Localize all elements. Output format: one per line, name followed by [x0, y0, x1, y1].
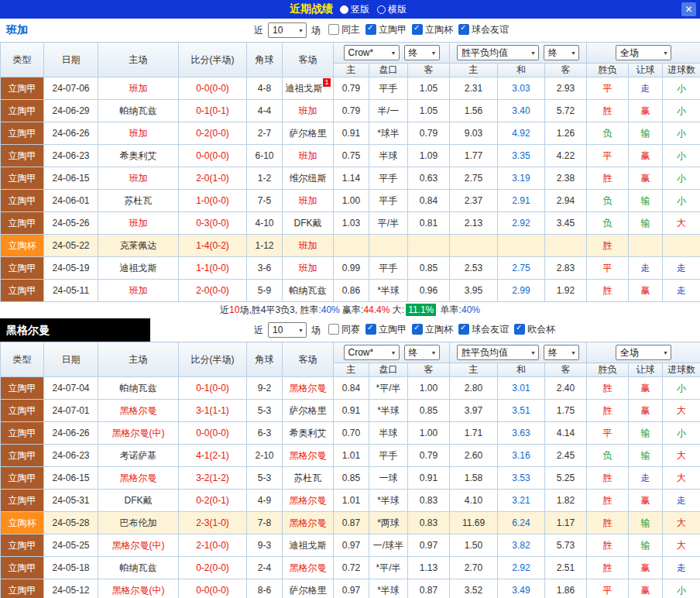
home-team-name: 班加	[129, 218, 148, 229]
asian-line-cell: 一/球半	[369, 534, 408, 557]
europe-odds-select[interactable]: 胜平负均值▼	[457, 345, 539, 360]
filter-checkbox-option[interactable]: 欧会杯	[514, 323, 555, 336]
goals-result-cell: 小	[663, 377, 700, 400]
recent-count-select[interactable]: 10▼	[268, 22, 307, 38]
league-cell: 立陶甲	[1, 257, 44, 280]
filter-checkbox-option[interactable]: 立陶甲	[365, 23, 407, 36]
match-row: 立陶甲 24-05-11 班加 2-0(0-0) 5-9 帕纳瓦兹 0.86 *…	[1, 280, 700, 302]
home-team-name: 帕纳瓦兹	[120, 105, 157, 116]
corner-cell: 4-9	[247, 490, 283, 512]
checkbox-icon[interactable]	[328, 324, 339, 335]
checkbox-icon[interactable]	[514, 324, 525, 335]
checkbox-icon[interactable]	[365, 24, 376, 35]
filter-checkbox-option[interactable]: 同赛	[328, 323, 360, 336]
asian-home-odds-cell: 1.01	[334, 490, 369, 512]
europe-odds-state-select[interactable]: 终▼	[544, 345, 579, 360]
euro-draw-odds-cell: 3.03	[498, 77, 545, 100]
date-cell: 24-05-26	[44, 212, 98, 235]
layout-radio-group: 竖版横版	[336, 3, 410, 16]
date-cell: 24-05-31	[44, 490, 98, 512]
away-team-cell: 黑格尔曼	[283, 512, 334, 534]
corner-cell: 3-6	[247, 257, 283, 280]
euro-home-odds-cell: 1.50	[450, 534, 498, 557]
filter-checkbox-option[interactable]: 同主	[328, 23, 360, 36]
asian-away-odds-cell: 0.85	[408, 400, 450, 422]
away-team-name: 班加	[299, 105, 317, 116]
asian-home-odds-cell: 0.72	[334, 557, 369, 579]
asian-away-odds-cell: 0.83	[408, 512, 450, 534]
result-cell: 平	[587, 257, 629, 280]
home-team-cell: 帕纳瓦兹	[98, 377, 179, 400]
euro-away-odds-cell: 2.45	[545, 445, 587, 467]
away-team-name: 黑格尔曼	[290, 562, 327, 573]
score-cell: 2-0(1-0)	[179, 167, 247, 190]
match-row: 立陶甲 24-07-04 帕纳瓦兹 0-1(0-0) 9-2 黑格尔曼 0.84…	[1, 377, 700, 400]
score-cell: 2-3(1-0)	[179, 512, 247, 534]
scope-select[interactable]: 全场▼	[616, 345, 671, 360]
recent-count-select[interactable]: 10▼	[268, 322, 307, 338]
league-cell: 立陶甲	[1, 490, 44, 512]
filter-checkbox-option[interactable]: 球会友谊	[458, 323, 509, 336]
layout-radio[interactable]: 横版	[377, 3, 407, 16]
asian-home-odds-cell: 0.75	[334, 145, 369, 167]
away-team-name: 迪祖戈斯	[285, 83, 322, 94]
europe-odds-state-select[interactable]: 终▼	[544, 45, 579, 60]
layout-radio[interactable]: 竖版	[340, 3, 369, 16]
result-cell: 负	[587, 122, 629, 145]
asian-away-odds-cell: 0.87	[408, 579, 450, 598]
away-team-name: 萨尔格里	[290, 585, 327, 596]
home-team-cell: 黑格尔曼(中)	[98, 422, 179, 445]
match-row: 立陶甲 24-06-26 黑格尔曼(中) 0-0(0-0) 6-3 希奥利艾 0…	[1, 422, 700, 445]
score-cell: 0-1(0-1)	[179, 100, 247, 122]
goals-result-cell: 大	[663, 534, 700, 557]
checkbox-icon[interactable]	[458, 24, 469, 35]
chevron-down-icon: ▼	[431, 50, 437, 56]
recent-label: 近	[254, 24, 263, 37]
scope-select[interactable]: 全场▼	[616, 45, 671, 60]
checkbox-icon[interactable]	[412, 324, 423, 335]
away-team-name: 班加	[299, 263, 317, 273]
filter-checkbox-option[interactable]: 立陶杯	[412, 23, 453, 36]
col-header-home: 主场	[98, 43, 179, 77]
filter-checkbox-option[interactable]: 立陶甲	[365, 323, 407, 336]
asian-away-odds-cell: 1.00	[408, 377, 450, 400]
bookmaker-select[interactable]: Crow*▼	[344, 345, 400, 360]
col-header-asian-away: 客	[408, 64, 450, 77]
corner-cell: 9-2	[247, 377, 283, 400]
asian-home-odds-cell: 0.99	[334, 257, 369, 280]
bookmaker-odds-state-select[interactable]: 终▼	[404, 45, 440, 60]
bookmaker-select[interactable]: Crow*▼	[344, 45, 400, 60]
radio-label: 横版	[388, 3, 407, 16]
handicap-result-cell: 输	[629, 445, 663, 467]
col-header-score: 比分(半场)	[179, 342, 247, 377]
europe-odds-select[interactable]: 胜平负均值▼	[457, 45, 539, 60]
score-cell: 0-0(0-0)	[179, 77, 247, 100]
filter-checkbox-option[interactable]: 立陶杯	[412, 323, 453, 336]
checkbox-icon[interactable]	[365, 324, 376, 335]
chevron-down-icon: ▼	[298, 28, 304, 33]
euro-home-odds-cell: 2.37	[450, 190, 498, 212]
filter-checkbox-option[interactable]: 球会友谊	[458, 23, 509, 36]
away-team-cell: 黑格尔曼	[283, 557, 334, 579]
summary-segment: 40%	[462, 304, 480, 315]
euro-draw-odds-cell	[498, 235, 545, 257]
away-team-name: 黑格尔曼	[290, 517, 327, 528]
col-header-type: 类型	[1, 342, 44, 377]
euro-home-odds-cell: 1.58	[450, 467, 498, 490]
away-team-cell: 黑格尔曼	[283, 377, 334, 400]
checkbox-icon[interactable]	[412, 24, 423, 35]
handicap-result-cell: 输	[629, 534, 663, 557]
match-row: 立陶甲 24-06-15 班加 2-0(1-0) 1-2 维尔纽斯 1.14 平…	[1, 167, 700, 190]
home-team-cell: 班加	[98, 280, 179, 302]
result-cell: 胜	[587, 377, 629, 400]
bookmaker-odds-state-select[interactable]: 终▼	[404, 345, 440, 360]
asian-away-odds-cell	[408, 235, 450, 257]
close-button[interactable]: ✕	[681, 2, 696, 16]
asian-home-odds-cell: 0.97	[334, 534, 369, 557]
asian-away-odds-cell: 0.97	[408, 534, 450, 557]
col-header-type: 类型	[1, 43, 44, 77]
euro-away-odds-cell: 3.45	[545, 212, 587, 235]
checkbox-icon[interactable]	[328, 24, 339, 35]
handicap-result-cell: 输	[629, 512, 663, 534]
checkbox-icon[interactable]	[458, 324, 469, 335]
